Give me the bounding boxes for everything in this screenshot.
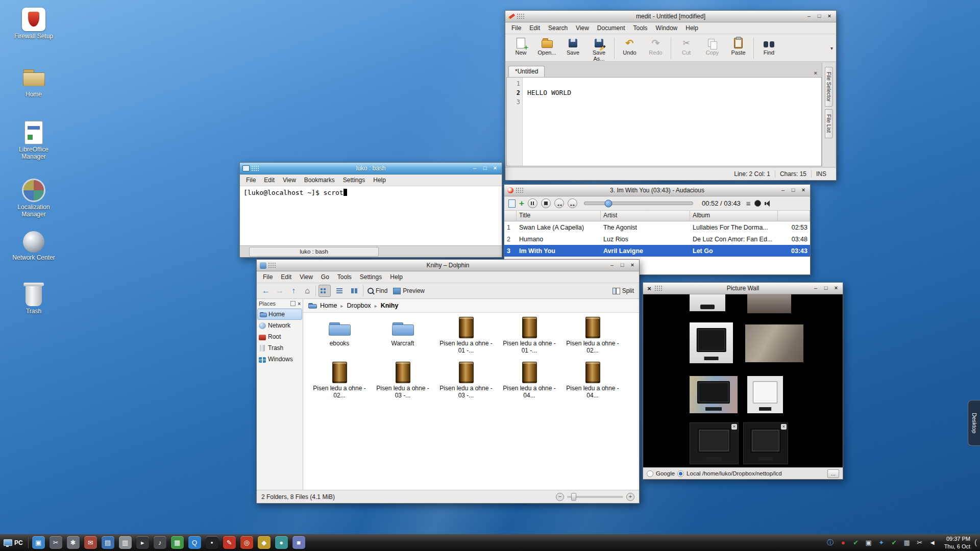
dolphin-titlebar[interactable]: Knihy – Dolphin bbox=[257, 260, 639, 271]
menu-search[interactable]: Search bbox=[544, 23, 572, 33]
open-file-icon[interactable] bbox=[508, 199, 516, 208]
launcher-mail-client-icon[interactable]: ✉ bbox=[84, 536, 97, 549]
launcher-medit-icon[interactable]: ✎ bbox=[223, 536, 236, 549]
desktop-edge-tab[interactable]: Desktop bbox=[968, 400, 980, 446]
start-menu-button[interactable]: PC bbox=[0, 534, 27, 551]
places-close-icon[interactable] bbox=[298, 301, 301, 307]
menu-settings[interactable]: Settings bbox=[356, 272, 386, 282]
thumbnail-close-icon[interactable] bbox=[781, 424, 787, 430]
volume-icon[interactable] bbox=[765, 201, 771, 207]
desktop-icon-firewall-setup[interactable]: Firewall Setup bbox=[6, 8, 61, 40]
file-item-book[interactable]: Pisen ledu a ohne - 04... bbox=[499, 360, 559, 405]
zoom-slider[interactable] bbox=[567, 496, 623, 498]
terminal-titlebar[interactable]: luko : bash bbox=[240, 163, 502, 174]
terminal-output[interactable]: [luko@localhost ~]$ scrot bbox=[240, 186, 502, 245]
medit-titlebar[interactable]: medit - Untitled [modified] bbox=[505, 11, 836, 22]
lcd-photo-thumbnail[interactable] bbox=[690, 322, 733, 363]
updates-tray-icon[interactable]: ● bbox=[839, 538, 848, 547]
zoom-slider-handle[interactable] bbox=[571, 493, 576, 500]
launcher-show-desktop-icon[interactable]: ▣ bbox=[32, 536, 45, 549]
clock[interactable]: 09:37 PM Thu, 6 Oct bbox=[944, 535, 970, 550]
panel-collapse-button[interactable]: ( bbox=[973, 538, 980, 547]
close-button[interactable] bbox=[628, 262, 636, 269]
lcd-photo-thumbnail[interactable] bbox=[747, 376, 783, 413]
column-time[interactable] bbox=[778, 211, 810, 221]
tab-close-icon[interactable] bbox=[812, 70, 820, 77]
menu-file[interactable]: File bbox=[242, 175, 260, 185]
forward-button[interactable]: → bbox=[274, 285, 285, 296]
column-title[interactable]: Title bbox=[517, 211, 601, 221]
track-row[interactable]: 1 Swan Lake (A Capella) The Agonist Lull… bbox=[504, 221, 810, 233]
launcher-package-manager-icon[interactable]: ▦ bbox=[171, 536, 184, 549]
close-button[interactable] bbox=[491, 165, 499, 172]
home-button[interactable] bbox=[302, 285, 313, 296]
save-button[interactable]: Save bbox=[560, 36, 585, 56]
zoom-out-button[interactable]: − bbox=[556, 493, 564, 501]
launcher-konsole-icon[interactable]: ▪ bbox=[206, 536, 218, 549]
menu-help[interactable]: Help bbox=[386, 272, 407, 282]
thumbnail-close-icon[interactable] bbox=[731, 424, 737, 430]
file-item-book[interactable]: Pisen ledu a ohne - 03 -... bbox=[373, 360, 433, 405]
keyboard-tray-icon[interactable]: ▦ bbox=[902, 538, 912, 547]
titlebar-drag-handle-icon[interactable] bbox=[251, 165, 259, 171]
places-item-windows[interactable]: Windows bbox=[257, 354, 303, 365]
menu-view[interactable]: View bbox=[279, 175, 300, 185]
save-as-button[interactable]: Save As... bbox=[586, 36, 611, 62]
column-number[interactable] bbox=[504, 211, 517, 221]
menu-edit[interactable]: Edit bbox=[525, 23, 544, 33]
minimize-button[interactable] bbox=[608, 262, 616, 269]
minimize-button[interactable] bbox=[805, 13, 813, 20]
maximize-button[interactable] bbox=[822, 285, 830, 292]
menu-edit[interactable]: Edit bbox=[260, 175, 279, 185]
google-source-radio[interactable] bbox=[647, 470, 653, 477]
minimize-button[interactable] bbox=[779, 187, 787, 194]
cut-button[interactable]: Cut bbox=[674, 36, 699, 56]
menu-help[interactable]: Help bbox=[369, 175, 390, 185]
launcher-terminal-icon[interactable]: ▸ bbox=[136, 536, 149, 549]
playlist-icon[interactable] bbox=[746, 199, 751, 208]
minimize-button[interactable] bbox=[471, 165, 479, 172]
status-ok-tray-icon[interactable]: ✔ bbox=[890, 538, 899, 547]
maximize-button[interactable] bbox=[618, 262, 626, 269]
seek-slider[interactable] bbox=[584, 202, 693, 205]
picture-wall-titlebar[interactable]: Picture Wall bbox=[643, 283, 843, 294]
column-album[interactable]: Album bbox=[690, 211, 778, 221]
notifications-tray-icon[interactable]: ⓘ bbox=[826, 538, 835, 547]
track-row[interactable]: 2 Humano Luz Rios De Luz Con Amor: Fan E… bbox=[504, 233, 810, 245]
close-button[interactable] bbox=[799, 187, 807, 194]
menu-window[interactable]: Window bbox=[652, 23, 682, 33]
terminal-session-tab[interactable]: luko : bash bbox=[249, 247, 379, 257]
column-artist[interactable]: Artist bbox=[601, 211, 690, 221]
find-button[interactable]: Find bbox=[366, 287, 389, 294]
up-button[interactable]: ↑ bbox=[288, 285, 299, 296]
file-item-book[interactable]: Pisen ledu a ohne - 03 -... bbox=[436, 360, 496, 405]
editor-text[interactable]: HELLO WORLD bbox=[523, 78, 571, 166]
menu-tools[interactable]: Tools bbox=[333, 272, 356, 282]
desktop-icon-trash[interactable]: Trash bbox=[6, 284, 61, 315]
zoom-in-button[interactable]: + bbox=[626, 493, 634, 501]
menu-document[interactable]: Document bbox=[593, 23, 629, 33]
lcd-photo-thumbnail[interactable] bbox=[745, 324, 803, 362]
file-item-folder[interactable]: ebooks bbox=[309, 315, 370, 360]
volume-tray-icon[interactable]: ◄ bbox=[928, 538, 937, 547]
preview-button[interactable]: Preview bbox=[391, 287, 426, 294]
desktop-icon-localization-manager[interactable]: Localization Manager bbox=[6, 177, 61, 218]
launcher-music-player-icon[interactable]: ♪ bbox=[154, 536, 166, 549]
copy-button[interactable]: Copy bbox=[700, 36, 725, 56]
launcher-text-editor-icon[interactable]: ▥ bbox=[119, 536, 132, 549]
menu-file[interactable]: File bbox=[507, 23, 525, 33]
launcher-image-viewer-icon[interactable]: ● bbox=[275, 536, 288, 549]
columns-view-button[interactable] bbox=[348, 285, 360, 297]
menu-settings[interactable]: Settings bbox=[339, 175, 369, 185]
lcd-photo-thumbnail[interactable] bbox=[747, 294, 791, 313]
menu-go[interactable]: Go bbox=[317, 272, 333, 282]
places-item-root[interactable]: Root bbox=[257, 331, 303, 342]
toolbar-overflow-icon[interactable] bbox=[830, 45, 833, 51]
file-item-book[interactable]: Pisen ledu a ohne - 02... bbox=[309, 360, 370, 405]
desktop-icon-home[interactable]: Home bbox=[6, 66, 61, 98]
split-button[interactable]: Split bbox=[611, 287, 635, 294]
menu-tools[interactable]: Tools bbox=[629, 23, 652, 33]
location-folder-icon[interactable] bbox=[308, 302, 316, 309]
redo-button[interactable]: Redo bbox=[643, 36, 668, 56]
pause-button[interactable] bbox=[528, 198, 537, 208]
